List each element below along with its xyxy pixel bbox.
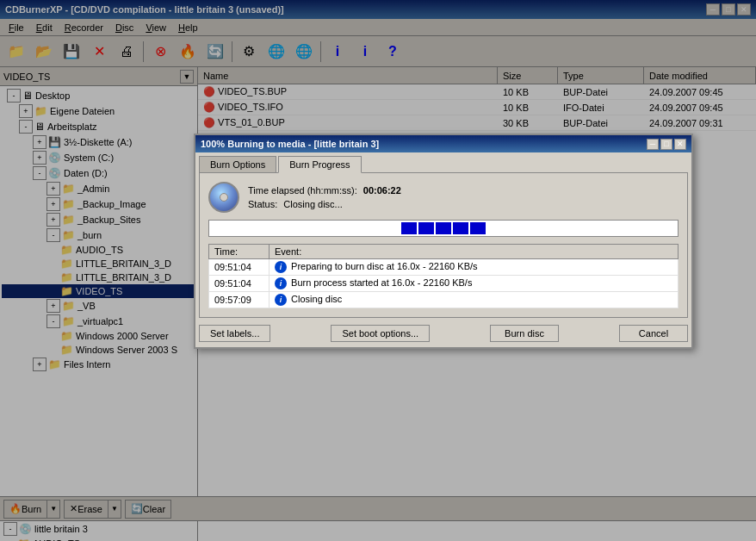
modal-tabs: Burn Options Burn Progress	[195, 152, 691, 172]
info-icon: i	[275, 277, 287, 289]
log-table: Time: Event: 09:51:04 i Preparing to bur…	[208, 244, 679, 308]
list-item: 09:51:04 i Burn process started at 16.0x…	[209, 276, 679, 292]
modal-overlay: 100% Burning to media - [little britain …	[0, 0, 756, 541]
tab-burn-options[interactable]: Burn Options	[199, 156, 276, 172]
log-time: 09:51:04	[209, 276, 270, 292]
progress-block	[436, 222, 451, 234]
info-icon: i	[275, 261, 287, 273]
log-time: 09:57:09	[209, 292, 270, 308]
progress-info: Time elapsed (hh:mm:ss): 00:06:22 Status…	[248, 185, 401, 209]
burn-disc-button[interactable]: Burn disc	[490, 325, 559, 342]
time-elapsed-label: Time elapsed (hh:mm:ss):	[248, 185, 357, 196]
log-event: i Burn process started at 16.0x - 22160 …	[270, 276, 679, 292]
log-event: i Closing disc	[270, 292, 679, 308]
modal-footer: Set labels... Set boot options... Burn d…	[195, 318, 691, 347]
modal-minimize-button[interactable]: ─	[647, 139, 659, 150]
info-icon: i	[275, 294, 287, 306]
log-col-time: Time:	[209, 245, 270, 259]
progress-blocks	[400, 221, 487, 236]
modal-title: 100% Burning to media - [little britain …	[201, 139, 379, 149]
progress-block	[470, 222, 486, 234]
progress-block	[453, 222, 468, 234]
modal-maximize-button[interactable]: □	[660, 139, 672, 150]
tab-burn-progress[interactable]: Burn Progress	[278, 156, 361, 173]
time-elapsed-row: Time elapsed (hh:mm:ss): 00:06:22	[248, 185, 401, 196]
modal-content: Time elapsed (hh:mm:ss): 00:06:22 Status…	[199, 172, 688, 318]
time-elapsed-value: 00:06:22	[363, 185, 401, 196]
list-item: 09:51:04 i Preparing to burn disc at 16.…	[209, 259, 679, 276]
log-event: i Preparing to burn disc at 16.0x - 2216…	[270, 259, 679, 276]
progress-block	[401, 222, 417, 234]
burn-progress-dialog: 100% Burning to media - [little britain …	[194, 134, 693, 349]
list-item: 09:57:09 i Closing disc	[209, 292, 679, 308]
cancel-button[interactable]: Cancel	[619, 325, 688, 342]
disc-animation-icon	[208, 182, 239, 213]
log-col-event: Event:	[270, 245, 679, 259]
modal-title-bar: 100% Burning to media - [little britain …	[195, 135, 691, 152]
modal-title-buttons: ─ □ ✕	[647, 139, 686, 150]
progress-header: Time elapsed (hh:mm:ss): 00:06:22 Status…	[208, 182, 679, 213]
set-boot-options-button[interactable]: Set boot options...	[331, 325, 430, 342]
modal-close-button[interactable]: ✕	[674, 139, 686, 150]
progress-bar	[208, 220, 679, 237]
status-value: Closing disc...	[283, 199, 342, 209]
set-labels-button[interactable]: Set labels...	[199, 325, 270, 342]
status-row: Status: Closing disc...	[248, 199, 401, 209]
progress-block	[418, 222, 434, 234]
status-label: Status:	[248, 199, 277, 209]
log-time: 09:51:04	[209, 259, 270, 276]
